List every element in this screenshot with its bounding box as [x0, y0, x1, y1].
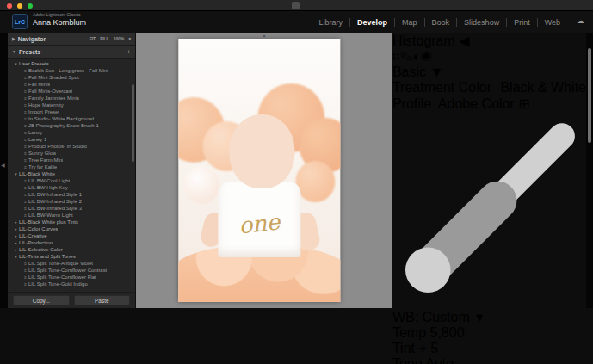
left-panel-collapse-arrow[interactable]: ◀: [1, 162, 5, 168]
wb-eyedropper-icon[interactable]: [392, 112, 586, 305]
develop-tool-icon[interactable]: ◉: [421, 49, 432, 64]
preset-row[interactable]: ≡ LIL BW-High Key: [8, 184, 135, 191]
preset-row[interactable]: ≡ Sunny Glow: [8, 150, 135, 157]
basic-panel-header[interactable]: Basic ▼: [392, 65, 586, 80]
preset-row[interactable]: ≡ LIL BW-Warm Light: [8, 212, 135, 219]
right-panel-scrollbar[interactable]: [588, 48, 591, 143]
histogram-collapse-icon[interactable]: ◀: [459, 34, 469, 48]
module-item[interactable]: Slideshow: [456, 18, 506, 27]
preset-row[interactable]: ≡ LIL BW-Infrared Style 1: [8, 191, 135, 198]
add-preset-button[interactable]: +: [127, 48, 131, 56]
slider-value[interactable]: + 5: [418, 341, 438, 355]
treatment-bw-option[interactable]: Black & White: [500, 80, 586, 95]
preset-label: Tree Farm Mini: [28, 157, 63, 163]
minimize-window-button[interactable]: [17, 3, 22, 9]
preset-row[interactable]: ≡ LIL Split Tone-Cornflower Flat: [8, 274, 135, 281]
zoom-window-button[interactable]: [28, 3, 33, 9]
close-window-button[interactable]: [7, 3, 12, 9]
module-item[interactable]: Library: [312, 18, 350, 27]
top-panel-collapse-arrow[interactable]: ▲: [262, 33, 266, 38]
cloud-sync-icon[interactable]: ☁: [577, 16, 584, 25]
zoom-fill-option[interactable]: FILL: [100, 36, 109, 41]
app-header: LrC Adobe Lightroom Classic Anna Kornblu…: [0, 11, 593, 33]
preset-row[interactable]: ≡ Backlit Sun - Long grass - Fall Mini: [8, 67, 135, 74]
slider-label: Tint: [392, 341, 415, 355]
preset-row[interactable]: ▸ LIL-Production: [8, 239, 135, 246]
preset-row[interactable]: ≡ Fall Minis-Overcast: [8, 88, 135, 95]
identity-plate[interactable]: Adobe Lightroom Classic Anna Kornblum: [33, 13, 86, 27]
preset-row[interactable]: ≡ LIL Split Tone-Cornflower Contrast: [8, 267, 135, 274]
basic-title: Basic: [392, 65, 426, 79]
preset-row[interactable]: ≡ Tree Farm Mini: [8, 157, 135, 163]
preset-glyph-icon: ▾: [13, 254, 19, 259]
preset-glyph-icon: ▾: [13, 61, 19, 66]
module-item[interactable]: Print: [506, 18, 537, 27]
develop-tool-icon[interactable]: ◐: [413, 49, 422, 64]
preset-row[interactable]: ▸ LIL-Creative: [8, 232, 135, 239]
profile-value[interactable]: Adobe Color: [438, 96, 515, 111]
preset-row[interactable]: ≡ LIL Split Tone-Gold Indigo: [8, 281, 135, 287]
preset-row[interactable]: ▾ User Presets: [8, 60, 135, 67]
preset-row[interactable]: ≡ LIL BW-Cool Light: [8, 177, 135, 184]
treatment-color-option[interactable]: Color: [459, 80, 491, 95]
zoom-dropdown-icon[interactable]: ▾: [128, 36, 131, 41]
preset-row[interactable]: ≡ JB Photography Snow Brush 1: [8, 122, 135, 129]
profile-browser-icon[interactable]: ⊞: [518, 96, 529, 111]
preset-row[interactable]: ≡ In Studio- White Background: [8, 115, 135, 122]
navigator-header[interactable]: ▶ Navigator FIT FILL 100% ▾: [8, 33, 135, 46]
histogram-title: Histogram: [392, 34, 455, 48]
paste-button[interactable]: Paste: [74, 295, 131, 305]
histogram-header[interactable]: Histogram ◀: [392, 33, 586, 49]
auto-button[interactable]: Auto: [425, 356, 454, 364]
preset-row[interactable]: ▾ LIL-Black White: [8, 170, 135, 177]
preset-row[interactable]: ≡ Hope Maternity: [8, 102, 135, 108]
preset-label: LIL BW-High Key: [28, 185, 68, 190]
presets-header[interactable]: ▼ Presets +: [8, 46, 135, 59]
preset-label: Family Jammies Minis: [28, 96, 79, 101]
preset-row[interactable]: ≡ Try for Kallie: [8, 163, 135, 170]
preset-label: LIL BW-Cool Light: [28, 178, 70, 183]
zoom-100-option[interactable]: 100%: [114, 36, 125, 41]
preset-row[interactable]: ▸ LIL-Color Curves: [8, 225, 135, 232]
preset-glyph-icon: ≡: [22, 261, 28, 266]
module-item[interactable]: Develop: [349, 18, 394, 27]
preset-row[interactable]: ≡ LIL BW-Infrared Style 2: [8, 198, 135, 205]
preset-row[interactable]: ≡ LIL Split Tone-Antique Violet: [8, 260, 135, 267]
preset-label: LIL-Production: [19, 240, 53, 245]
shirt-script-text: one: [238, 209, 281, 239]
preset-row[interactable]: ▸ LIL-Black White plus Tints: [8, 219, 135, 225]
develop-tool-icon[interactable]: ⌗: [392, 49, 400, 64]
presets-scrollbar[interactable]: [132, 84, 134, 162]
preset-row[interactable]: ≡ Laney: [8, 129, 135, 136]
preset-label: LIL Split Tone-Gold Indigo: [28, 281, 88, 287]
preset-row[interactable]: ≡ Import Preset: [8, 108, 135, 115]
wb-dropdown-icon[interactable]: ▾: [476, 310, 483, 324]
presets-disclosure-icon[interactable]: ▼: [12, 49, 16, 54]
preset-label: LIL-Selective Color: [19, 247, 63, 252]
module-item[interactable]: Map: [394, 18, 424, 27]
navigator-disclosure-icon[interactable]: ▶: [12, 36, 15, 41]
preset-glyph-icon: ≡: [22, 68, 28, 73]
preset-label: Fall Minis: [28, 82, 50, 87]
preset-row[interactable]: ▸ LIL-Selective Color: [8, 246, 135, 253]
module-item[interactable]: Web: [537, 18, 567, 27]
zoom-fit-option[interactable]: FIT: [90, 36, 96, 41]
main-photo[interactable]: one: [178, 39, 340, 302]
develop-tool-icon[interactable]: ✎: [400, 49, 413, 64]
preset-label: Import Preset: [28, 109, 59, 114]
preset-row[interactable]: ▾ LIL-Tints and Split Tones: [8, 253, 135, 260]
preset-row[interactable]: ≡ Fall Mini Shaded Spot: [8, 74, 135, 81]
preset-row[interactable]: ≡ Product Photos- In Studio: [8, 143, 135, 150]
preset-label: LIL BW-Infrared Style 1: [28, 192, 82, 197]
preset-row[interactable]: ≡ Fall Minis: [8, 81, 135, 88]
preset-label: LIL Split Tone-Antique Violet: [28, 261, 93, 266]
copy-button[interactable]: Copy...: [13, 295, 70, 305]
wb-value[interactable]: Custom: [423, 310, 470, 324]
preset-row[interactable]: ≡ Family Jammies Minis: [8, 95, 135, 102]
preset-glyph-icon: ≡: [22, 206, 28, 211]
slider-value[interactable]: 5,800: [430, 325, 465, 340]
preset-row[interactable]: ≡ Laney 1: [8, 136, 135, 143]
module-item[interactable]: Book: [424, 18, 457, 27]
basic-collapse-icon[interactable]: ▼: [430, 65, 444, 79]
preset-row[interactable]: ≡ LIL BW-Infrared Style 3: [8, 205, 135, 212]
